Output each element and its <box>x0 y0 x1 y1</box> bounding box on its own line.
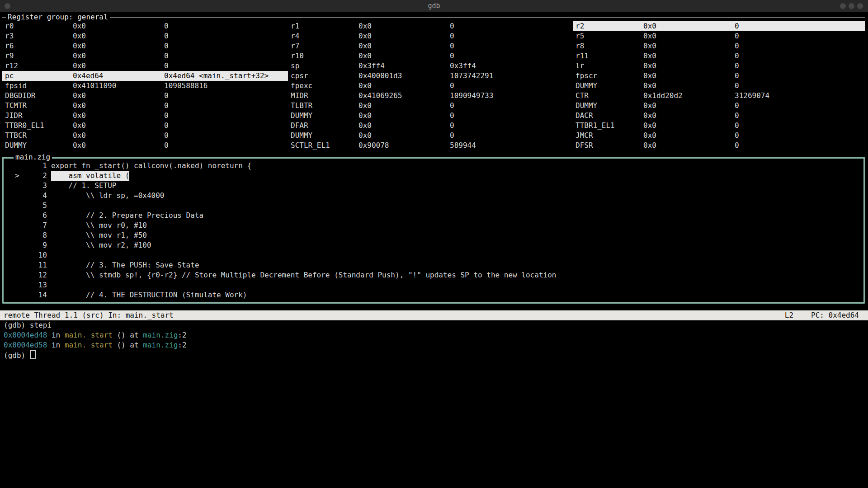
register-column: r10x00r40x00r70x00r100x00sp0x3ff40x3ff4c… <box>288 21 573 150</box>
register-dec-value: 31269074 <box>735 91 769 100</box>
source-text: \\ mov r2, #100 <box>51 240 151 250</box>
register-dec-value: 0 <box>164 101 169 110</box>
source-line: 13 <box>4 280 863 290</box>
register-row: fpsid0x410110901090588816 <box>2 81 288 91</box>
register-name: SCTLR_EL1 <box>291 141 359 150</box>
register-dec-value: 0 <box>164 121 169 130</box>
register-dec-value: 0 <box>450 111 454 120</box>
register-row: JIDR0x00 <box>2 111 288 121</box>
status-thread-info: remote Thread 1.1 (src) In: main._start <box>4 310 174 320</box>
window-close-button[interactable] <box>857 3 863 9</box>
register-name: r0 <box>5 21 73 31</box>
register-hex-value: 0x41011090 <box>73 81 164 91</box>
register-name: DACR <box>576 111 643 121</box>
register-hex-value: 0x0 <box>643 121 735 131</box>
register-dec-value: 0 <box>164 91 169 100</box>
register-dec-value: 0 <box>450 32 454 40</box>
current-line-marker <box>15 230 26 240</box>
register-name: DUMMY <box>291 111 359 121</box>
line-number: 3 <box>26 181 47 191</box>
window-maximize-button[interactable] <box>849 3 854 9</box>
console-text-addr: 0x0004ed58 <box>4 341 47 349</box>
line-number: 4 <box>26 191 47 201</box>
register-name: DBGDIDR <box>5 91 73 101</box>
register-dec-value: 0x4ed64 <main._start+32> <box>164 71 269 80</box>
register-hex-value: 0x0 <box>359 31 450 41</box>
console-text-plain: (gdb) <box>4 351 30 360</box>
source-text: \\ mov r0, #10 <box>51 221 147 230</box>
console-text-addr: 0x0004ed48 <box>4 331 47 339</box>
register-dec-value: 0 <box>735 61 739 70</box>
register-hex-value: 0x0 <box>73 121 164 131</box>
register-row: sp0x3ff40x3ff4 <box>288 61 573 71</box>
current-line-marker <box>15 270 26 280</box>
register-dec-value: 0 <box>164 141 169 150</box>
register-name: DFSR <box>576 141 643 150</box>
source-line: 7 \\ mov r0, #10 <box>4 221 863 230</box>
register-name: pc <box>5 71 73 81</box>
register-column: r00x00r30x00r60x00r90x00r120x00pc0x4ed64… <box>2 21 288 150</box>
register-row: fpexc0x00 <box>288 81 573 91</box>
register-hex-value: 0x0 <box>73 141 164 150</box>
register-dec-value: 0 <box>164 22 169 30</box>
register-name: fpsid <box>5 81 73 91</box>
register-name: TTBR1_EL1 <box>576 121 643 131</box>
line-number: 11 <box>26 260 47 270</box>
register-row: DBGDIDR0x00 <box>2 91 288 101</box>
register-name: cpsr <box>291 71 359 81</box>
register-row: r40x00 <box>288 31 573 41</box>
register-row: DFSR0x00 <box>573 141 865 150</box>
register-row: r100x00 <box>288 51 573 61</box>
current-line-marker <box>15 260 26 270</box>
source-line: 14 // 4. THE DESTRUCTION (Simulate Work) <box>4 290 863 300</box>
line-number: 5 <box>26 201 47 211</box>
register-name: DUMMY <box>5 141 73 150</box>
console-line: 0x0004ed48 in main._start () at main.zig… <box>4 330 868 340</box>
register-dec-value: 0 <box>735 71 739 80</box>
register-hex-value: 0x0 <box>643 101 735 111</box>
console-line: (gdb) stepi <box>4 320 868 330</box>
register-name: TCMTR <box>5 101 73 111</box>
window-titlebar: gdb <box>0 0 868 12</box>
source-text: export fn _start() callconv(.naked) nore… <box>51 161 251 171</box>
console-text-plain: :2 <box>178 331 186 339</box>
register-row: r20x00 <box>573 21 865 31</box>
register-panel-title: Register group: general <box>6 13 110 22</box>
status-pc-indicator: PC: 0x4ed64 <box>811 310 859 320</box>
register-row: SCTLR_EL10x90078589944 <box>288 141 573 150</box>
register-hex-value: 0x0 <box>359 111 450 121</box>
register-row: MIDR0x410692651090949733 <box>288 91 573 101</box>
register-row: DFAR0x00 <box>288 121 573 131</box>
register-row: r10x00 <box>288 21 573 31</box>
console-text-func: main._start <box>65 331 113 339</box>
register-name: JIDR <box>5 111 73 121</box>
register-row: TTBCR0x00 <box>2 131 288 141</box>
line-number: 12 <box>26 270 47 280</box>
console-line: (gdb) <box>4 350 868 360</box>
current-line-marker <box>15 181 26 191</box>
register-hex-value: 0x0 <box>73 61 164 71</box>
register-dec-value: 0 <box>450 42 454 50</box>
register-row: lr0x00 <box>573 61 865 71</box>
register-name: lr <box>576 61 643 71</box>
current-line-marker <box>15 280 26 290</box>
register-dec-value: 0 <box>450 121 454 130</box>
window-title: gdb <box>0 0 868 12</box>
register-column: r20x00r50x00r80x00r110x00lr0x00fpscr0x00… <box>573 21 865 150</box>
register-name: DUMMY <box>576 81 643 91</box>
register-dec-value: 1090949733 <box>450 91 493 100</box>
console-text-plain: (gdb) stepi <box>4 321 52 329</box>
source-line: 5 <box>4 201 863 211</box>
register-dec-value: 0 <box>735 32 739 40</box>
register-hex-value: 0x0 <box>359 101 450 111</box>
register-hex-value: 0x0 <box>643 31 735 41</box>
register-name: JMCR <box>576 131 643 141</box>
register-dec-value: 0 <box>735 42 739 50</box>
terminal-cursor[interactable] <box>30 350 36 359</box>
window-minimize-button[interactable] <box>840 3 846 9</box>
register-name: r5 <box>576 31 643 41</box>
register-hex-value: 0x0 <box>73 131 164 141</box>
status-spacer <box>174 310 785 320</box>
register-name: fpexc <box>291 81 359 91</box>
register-dec-value: 0 <box>164 61 169 70</box>
